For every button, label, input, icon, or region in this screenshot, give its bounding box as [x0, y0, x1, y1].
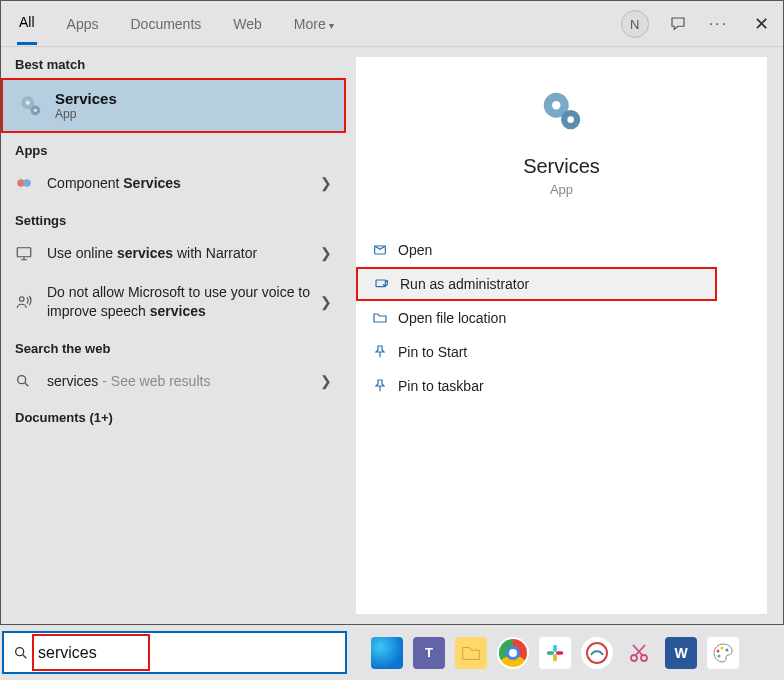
- action-open[interactable]: Open: [356, 233, 767, 267]
- svg-point-15: [16, 647, 24, 655]
- svg-point-26: [718, 654, 721, 657]
- user-avatar[interactable]: N: [621, 10, 649, 38]
- svg-point-24: [721, 646, 724, 649]
- svg-point-7: [20, 296, 25, 301]
- section-documents: Documents (1+): [1, 400, 346, 431]
- tab-apps[interactable]: Apps: [65, 4, 101, 44]
- search-icon: [15, 373, 39, 389]
- svg-point-20: [587, 643, 607, 663]
- svg-rect-16: [553, 644, 557, 651]
- tab-more[interactable]: More: [292, 4, 336, 44]
- action-pin-to-start[interactable]: Pin to Start: [356, 335, 767, 369]
- highlight-best-match: Services App: [1, 78, 346, 133]
- tab-web[interactable]: Web: [231, 4, 264, 44]
- taskbar-paint-icon[interactable]: [707, 637, 739, 669]
- svg-rect-17: [547, 651, 554, 655]
- taskbar-slack-icon[interactable]: [539, 637, 571, 669]
- display-icon: [15, 244, 39, 262]
- best-match-item[interactable]: Services App: [3, 80, 344, 131]
- taskbar-teams-icon[interactable]: T: [413, 637, 445, 669]
- search-panel: All Apps Documents Web More N ··· ✕ Best…: [0, 0, 784, 625]
- chevron-right-icon: ❯: [320, 245, 332, 261]
- taskbar-app-icon[interactable]: [581, 637, 613, 669]
- taskbar-apps: T W: [347, 637, 784, 669]
- admin-shield-icon: [374, 276, 400, 292]
- svg-rect-18: [553, 653, 557, 660]
- best-match-title: Services: [55, 90, 117, 107]
- svg-point-23: [717, 649, 720, 652]
- filter-tabs: All Apps Documents Web More N ··· ✕: [1, 1, 783, 47]
- taskbar-edge-icon[interactable]: [371, 637, 403, 669]
- taskbar-chrome-icon[interactable]: [497, 637, 529, 669]
- svg-point-2: [26, 100, 30, 104]
- result-web-search[interactable]: services - See web results ❯: [1, 362, 346, 401]
- more-options-icon[interactable]: ···: [709, 15, 728, 33]
- preview-subtitle: App: [356, 182, 767, 197]
- svg-point-11: [552, 101, 560, 109]
- folder-icon: [372, 310, 398, 326]
- pin-icon: [372, 378, 398, 394]
- section-settings: Settings: [1, 203, 346, 234]
- result-narrator-services[interactable]: Use online services with Narrator ❯: [1, 234, 346, 273]
- feedback-icon[interactable]: [669, 15, 689, 33]
- services-icon: [17, 92, 45, 120]
- component-services-icon: [15, 174, 39, 192]
- svg-point-5: [23, 180, 31, 188]
- preview-pane: Services App Open Run as administrator: [346, 47, 783, 624]
- taskbar-word-icon[interactable]: W: [665, 637, 697, 669]
- svg-point-8: [18, 376, 26, 384]
- action-open-file-location[interactable]: Open file location: [356, 301, 767, 335]
- section-search-web: Search the web: [1, 331, 346, 362]
- chevron-right-icon: ❯: [320, 175, 332, 191]
- result-component-services[interactable]: Component Services ❯: [1, 164, 346, 203]
- person-voice-icon: [15, 293, 39, 311]
- section-best-match: Best match: [1, 47, 346, 78]
- best-match-sub: App: [55, 107, 117, 121]
- search-icon: [4, 645, 38, 661]
- action-run-as-administrator[interactable]: Run as administrator: [356, 267, 717, 301]
- services-large-icon: [538, 87, 586, 135]
- section-apps: Apps: [1, 133, 346, 164]
- action-pin-to-taskbar[interactable]: Pin to taskbar: [356, 369, 767, 403]
- search-box[interactable]: [2, 631, 347, 674]
- tab-documents[interactable]: Documents: [128, 4, 203, 44]
- svg-point-25: [726, 648, 729, 651]
- results-list: Best match Services App Apps Compone: [1, 47, 346, 624]
- chevron-right-icon: ❯: [320, 373, 332, 389]
- close-icon[interactable]: ✕: [748, 11, 775, 37]
- pin-icon: [372, 344, 398, 360]
- svg-rect-19: [556, 651, 563, 655]
- svg-rect-6: [17, 248, 31, 257]
- svg-point-3: [34, 108, 37, 111]
- open-icon: [372, 242, 398, 258]
- search-input[interactable]: [38, 644, 345, 662]
- tab-all[interactable]: All: [17, 2, 37, 45]
- chevron-right-icon: ❯: [320, 294, 332, 310]
- svg-point-12: [567, 116, 574, 123]
- taskbar-file-explorer-icon[interactable]: [455, 637, 487, 669]
- preview-title: Services: [356, 155, 767, 178]
- result-speech-services[interactable]: Do not allow Microsoft to use your voice…: [1, 273, 346, 331]
- taskbar-snip-icon[interactable]: [623, 637, 655, 669]
- taskbar: T W: [0, 625, 784, 680]
